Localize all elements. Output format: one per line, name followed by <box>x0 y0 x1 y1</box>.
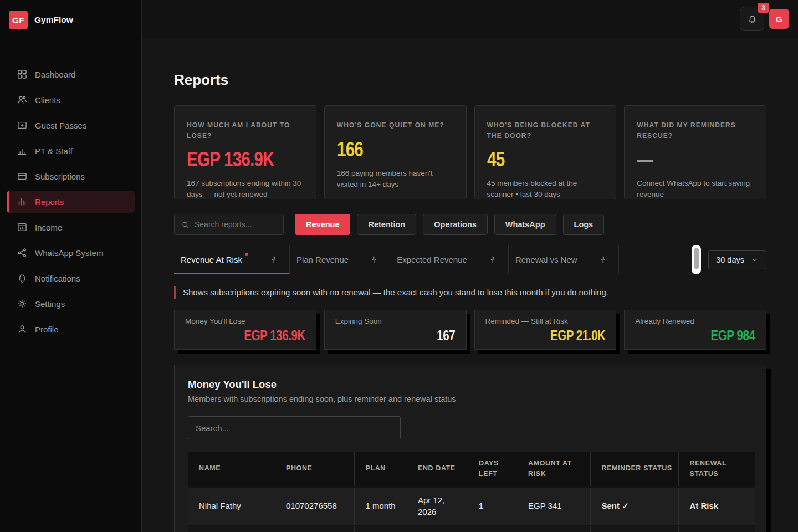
col-phone: PHONE <box>275 452 354 487</box>
mini-card-value: EGP 21.0K <box>550 328 606 344</box>
stat-question: WHO'S GONE QUIET ON ME? <box>337 120 454 131</box>
sidebar-item-dashboard[interactable]: Dashboard <box>7 63 135 85</box>
col-amount-at-risk: AMOUNT AT RISK <box>517 452 590 487</box>
filter-button-retention[interactable]: Retention <box>357 214 416 235</box>
sidebar-item-label: Guest Passes <box>35 121 86 130</box>
stat-value: 166 <box>337 138 363 161</box>
cell-reminder-status: Sent ✓ <box>590 526 678 532</box>
sidebar-item-label: Income <box>35 223 62 232</box>
scrollbar[interactable] <box>692 245 701 274</box>
mini-card-grid: Money You'll Lose EGP 136.9K Expiring So… <box>174 310 766 350</box>
pin-icon[interactable] <box>269 255 278 264</box>
col-end-date: END DATE <box>407 452 468 487</box>
filter-row: Revenue Retention Operations WhatsApp Lo… <box>174 214 766 235</box>
stat-question: HOW MUCH AM I ABOUT TO LOSE? <box>187 120 304 141</box>
filter-button-whatsapp[interactable]: WhatsApp <box>494 214 556 235</box>
table-subtitle: Members with subscriptions ending soon, … <box>188 395 753 403</box>
bell-icon <box>747 14 758 24</box>
cell-days-left: 1 <box>468 487 517 526</box>
card-icon <box>17 171 28 182</box>
tab-revenue-at-risk[interactable]: Revenue At Risk <box>174 245 290 274</box>
brand-name: GymFlow <box>34 15 73 25</box>
bell-icon <box>17 273 28 284</box>
sidebar-item-subscriptions[interactable]: Subscriptions <box>7 165 135 187</box>
cell-renewal-status: At Risk <box>678 526 755 532</box>
cell-end-date: Apr 12, 2026 <box>407 526 468 532</box>
income-icon <box>17 222 28 233</box>
tab-renewal-vs-new[interactable]: Renewal vs New <box>509 245 619 274</box>
bar-chart-icon <box>17 145 28 156</box>
page-title: Reports <box>174 71 766 89</box>
tab-label: Expected Revenue <box>397 255 467 264</box>
sidebar-item-label: Dashboard <box>35 70 75 79</box>
brand-logo: GF <box>9 11 28 29</box>
search-reports-input[interactable] <box>195 220 277 229</box>
cell-plan: 1 month <box>354 526 407 532</box>
sidebar-item-label: Profile <box>35 325 59 334</box>
sidebar-item-settings[interactable]: Settings <box>7 293 135 315</box>
sidebar-item-clients[interactable]: Clients <box>7 89 135 111</box>
cell-amount: EGP 497 <box>517 526 590 532</box>
col-renewal-status: RENEWAL STATUS <box>678 452 755 487</box>
stat-detail: Connect WhatsApp to start saving revenue <box>637 178 754 201</box>
stat-question: WHO'S BEING BLOCKED AT THE DOOR? <box>487 120 604 141</box>
sidebar-item-profile[interactable]: Profile <box>7 318 135 340</box>
sidebar-item-income[interactable]: Income <box>7 216 135 238</box>
period-value: 30 days <box>716 255 744 264</box>
stat-detail: 167 subscriptions ending within 30 days … <box>187 178 304 201</box>
avatar[interactable]: G <box>769 9 789 29</box>
search-icon <box>181 221 190 229</box>
table-row[interactable]: Nihal Fathy 01070276558 1 month Apr 12, … <box>188 487 755 526</box>
sidebar-item-notifications[interactable]: Notifications <box>7 267 135 289</box>
col-name: NAME <box>188 452 275 487</box>
stat-detail: 45 members blocked at the scanner • last… <box>487 178 604 201</box>
mini-card-label: Reminded — Still at Risk <box>485 317 606 325</box>
col-reminder-status: REMINDER STATUS <box>590 452 678 487</box>
stat-detail: 166 paying members haven't visited in 14… <box>337 168 454 191</box>
filter-button-logs[interactable]: Logs <box>563 214 605 235</box>
col-days-left: DAYS LEFT <box>468 452 517 487</box>
sidebar-item-whatsapp-system[interactable]: WhatsApp System <box>7 242 135 264</box>
stat-question: WHAT DID MY REMINDERS RESCUE? <box>637 120 754 141</box>
tab-plan-revenue[interactable]: Plan Revenue <box>290 245 390 274</box>
stat-card-blocked: WHO'S BEING BLOCKED AT THE DOOR? 45 45 m… <box>474 105 617 200</box>
table-row[interactable]: Tarek Mahmoud 01021185305 1 month Apr 12… <box>188 526 755 532</box>
stat-value: — <box>637 148 653 171</box>
brand: GF GymFlow <box>0 0 141 40</box>
cell-amount: EGP 341 <box>517 487 590 526</box>
cell-phone: 01070276558 <box>275 487 354 526</box>
stat-card-grid: HOW MUCH AM I ABOUT TO LOSE? EGP 136.9K … <box>174 105 766 200</box>
dashboard-icon <box>17 69 28 80</box>
tab-expected-revenue[interactable]: Expected Revenue <box>390 245 509 274</box>
filter-button-operations[interactable]: Operations <box>423 214 488 235</box>
cell-reminder-status: Sent ✓ <box>590 487 678 526</box>
sidebar-item-reports[interactable]: Reports <box>7 191 135 213</box>
sidebar-item-pt-staff[interactable]: PT & Staff <box>7 140 135 162</box>
period-select[interactable]: 30 days <box>708 250 766 269</box>
pin-icon[interactable] <box>370 255 378 264</box>
filter-button-revenue[interactable]: Revenue <box>295 214 350 235</box>
pin-icon[interactable] <box>598 255 607 264</box>
search-reports-box <box>174 214 284 235</box>
table-header-row: NAME PHONE PLAN END DATE DAYS LEFT AMOUN… <box>188 452 755 487</box>
cell-renewal-status: At Risk <box>678 487 755 526</box>
sidebar-item-guest-passes[interactable]: Guest Passes <box>7 114 135 136</box>
chevron-down-icon <box>751 256 759 264</box>
tab-label: Renewal vs New <box>515 255 577 264</box>
table-search-input[interactable] <box>188 416 401 439</box>
topbar: 3 G <box>142 0 798 38</box>
pin-icon[interactable] <box>488 255 497 264</box>
scrollbar-thumb[interactable] <box>694 248 699 269</box>
mini-card-reminded: Reminded — Still at Risk EGP 21.0K <box>474 310 617 350</box>
reports-icon <box>17 196 28 207</box>
settings-icon <box>17 298 28 309</box>
sidebar-item-label: Reports <box>35 197 64 207</box>
sidebar-item-label: PT & Staff <box>35 146 73 156</box>
notification-badge: 3 <box>758 3 769 13</box>
mini-card-money-lose: Money You'll Lose EGP 136.9K <box>174 310 316 350</box>
notifications-button[interactable]: 3 <box>740 7 764 31</box>
share-network-icon <box>17 247 28 258</box>
stat-value: EGP 136.9K <box>187 148 274 171</box>
sidebar: GF GymFlow Dashboard Clients Guest Passe… <box>0 0 142 532</box>
notification-dot <box>245 253 248 256</box>
